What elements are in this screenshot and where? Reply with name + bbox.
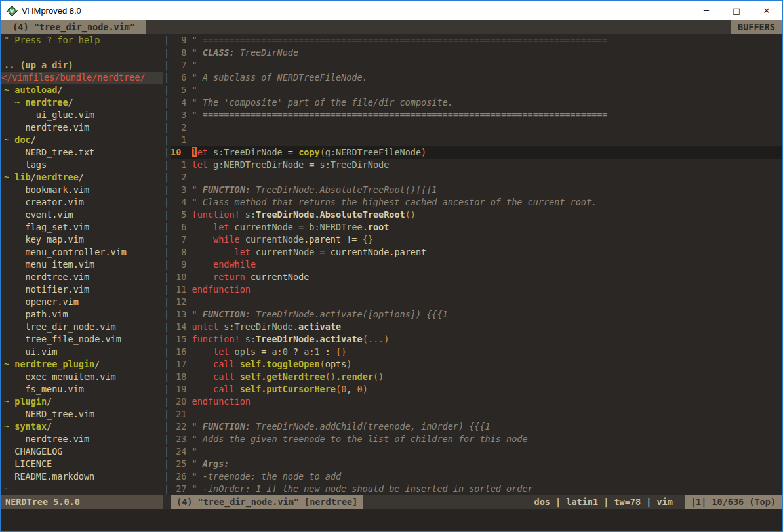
tree-item[interactable]: path.vim (4, 308, 163, 321)
syntax-token-kw: unlet (192, 321, 219, 332)
tree-item[interactable]: ~ nerdtree/ (4, 96, 163, 109)
separator-glyph: | (163, 72, 171, 84)
code-line[interactable]: 7 " (171, 59, 782, 72)
code-line[interactable]: 7 while currentNode.parent != {} (171, 234, 782, 246)
code-line[interactable]: 27 " -inOrder: 1 if the new node should … (171, 483, 782, 495)
code-line[interactable]: 8 " CLASS: TreeDirNode (171, 47, 782, 59)
code-line[interactable]: 9 endwhile (171, 258, 782, 271)
code-line[interactable]: 11 endfunction (171, 283, 782, 296)
command-line[interactable] (1, 509, 782, 531)
tree-item[interactable] (4, 47, 163, 59)
tree-item[interactable]: nerdtree.vim (4, 271, 163, 283)
tree-item[interactable]: ~ nerdtree_plugin/ (4, 358, 163, 371)
code-line[interactable]: 3 " ====================================… (171, 109, 782, 121)
syntax-token-fg (192, 371, 214, 382)
separator-glyph: | (163, 221, 171, 234)
code-line[interactable]: 5 " (171, 84, 782, 96)
tree-item[interactable]: event.vim (4, 209, 163, 221)
tree-item[interactable]: tags (4, 159, 163, 171)
code-line[interactable]: 2 (171, 171, 782, 184)
tab-current-buffer[interactable]: (4) "tree_dir_node.vim" (1, 20, 146, 34)
buffers-label[interactable]: BUFFERS (731, 20, 782, 34)
minimize-button[interactable]: ─ (691, 1, 721, 20)
tree-item[interactable]: LICENCE (4, 458, 163, 470)
syntax-token-cm: " (192, 184, 203, 195)
syntax-token-root: </vimfiles/bundle/nerdtree/ (1, 72, 145, 83)
code-line[interactable]: 10 let s:TreeDirNode = copy(g:NERDTreeFi… (171, 146, 782, 159)
status-line: NERDTree 5.0.0 (4) "tree_dir_node.vim" [… (1, 495, 782, 509)
code-line[interactable]: 3 " FUNCTION: TreeDirNode.AbsoluteTreeRo… (171, 184, 782, 196)
tree-item[interactable]: NERD_tree.txt (4, 146, 163, 159)
tree-item[interactable]: ui.vim (4, 346, 163, 358)
tree-item[interactable]: exec_menuitem.vim (4, 371, 163, 383)
code-line[interactable]: 5 function! s:TreeDirNode.AbsoluteTreeRo… (171, 209, 782, 221)
tree-item[interactable]: CHANGELOG (4, 445, 163, 458)
code-line[interactable]: 4 " The 'composite' part of the file/dir… (171, 96, 782, 109)
code-line[interactable]: 22 " FUNCTION: TreeDirNode.addChild(tree… (171, 420, 782, 433)
code-line[interactable]: 26 " -treenode: the node to add (171, 470, 782, 483)
syntax-token-id: s:TreeDirNode (224, 321, 293, 332)
code-line[interactable]: 15 function! s:TreeDirNode.activate(...) (171, 333, 782, 346)
editor-panel[interactable]: 9 " ====================================… (171, 34, 782, 495)
tree-item[interactable]: bookmark.vim (4, 184, 163, 196)
tree-item[interactable]: ~ lib/nerdtree/ (4, 171, 163, 184)
syntax-token-sl: / (79, 172, 84, 182)
code-line[interactable]: 21 (171, 408, 782, 420)
code-line[interactable]: 25 " Args: (171, 458, 782, 470)
code-line[interactable]: 6 let currentNode = b:NERDTree.root (171, 221, 782, 234)
tree-item[interactable]: ~ autoload/ (4, 84, 163, 96)
tree-item[interactable]: ui_glue.vim (4, 109, 163, 121)
maximize-button[interactable]: □ (721, 1, 752, 20)
tree-item[interactable]: ~ plugin/ (4, 396, 163, 408)
tree-item[interactable]: notifier.vim (4, 283, 163, 296)
code-line[interactable]: 20 endfunction (171, 396, 782, 408)
syntax-token-lnum: 12 (171, 297, 192, 307)
syntax-token-br: () (373, 371, 384, 382)
code-line[interactable]: 10 return currentNode (171, 271, 782, 283)
code-line[interactable]: 17 call self.toggleOpen(opts) (171, 358, 782, 371)
separator-glyph: | (163, 483, 171, 495)
code-line[interactable]: 6 " A subclass of NERDTreeFileNode. (171, 72, 782, 84)
syntax-token-fg (235, 359, 240, 369)
tree-item[interactable]: tree_file_node.vim (4, 333, 163, 346)
tree-item[interactable]: NERD_tree.vim (4, 408, 163, 420)
tree-item[interactable]: flag_set.vim (4, 221, 163, 234)
tree-item[interactable]: opener.vim (4, 296, 163, 308)
close-button[interactable]: ✕ (752, 1, 782, 20)
syntax-token-fn: self.putCursorHere (240, 384, 336, 394)
code-line[interactable]: 19 call self.putCursorHere(0, 0) (171, 383, 782, 396)
code-line[interactable]: 16 let opts = a:0 ? a:1 : {} (171, 346, 782, 358)
tree-item[interactable]: ~ (4, 483, 163, 495)
tree-item[interactable]: menu_item.vim (4, 258, 163, 271)
code-line[interactable]: 8 let currentNode = currentNode.parent (171, 246, 782, 258)
syntax-token-file: creator.vim (4, 197, 84, 207)
code-line[interactable]: 2 (171, 121, 782, 134)
syntax-token-file: ui_glue.vim (4, 110, 94, 120)
code-line[interactable]: 12 (171, 296, 782, 308)
tree-item[interactable]: </vimfiles/bundle/nerdtree/ (1, 72, 163, 84)
tree-item[interactable]: menu_controller.vim (4, 246, 163, 258)
tree-item[interactable]: " Press ? for help (4, 34, 163, 47)
tree-item[interactable]: .. (up a dir) (4, 59, 163, 72)
code-line[interactable]: 18 call self.getNerdtree().render() (171, 371, 782, 383)
code-line[interactable]: 14 unlet s:TreeDirNode.activate (171, 321, 782, 333)
code-line[interactable]: 9 " ====================================… (171, 34, 782, 47)
code-line[interactable]: 23 " Adds the given treenode to the list… (171, 433, 782, 445)
window-separator[interactable]: ||||||||||||||||||||||||||||||||||||| (163, 34, 171, 495)
syntax-token-fg: . (363, 222, 368, 232)
tree-item[interactable]: README.markdown (4, 470, 163, 483)
syntax-token-lnum: 2 (171, 172, 192, 182)
tree-item[interactable]: tree_dir_node.vim (4, 321, 163, 333)
code-line[interactable]: 1 let g:NERDTreeDirNode = s:TreeDirNode (171, 159, 782, 171)
tree-item[interactable]: ~ syntax/ (4, 420, 163, 433)
tree-item[interactable]: nerdtree.vim (4, 433, 163, 445)
code-line[interactable]: 13 " FUNCTION: TreeDirNode.activate([opt… (171, 308, 782, 321)
code-line[interactable]: 24 " (171, 445, 782, 458)
tree-item[interactable]: ~ doc/ (4, 134, 163, 146)
tree-item[interactable]: nerdtree.vim (4, 121, 163, 134)
tree-item[interactable]: key_map.vim (4, 234, 163, 246)
tree-item[interactable]: fs_menu.vim (4, 383, 163, 396)
code-line[interactable]: 1 (171, 134, 782, 146)
code-line[interactable]: 4 " Class method that returns the highes… (171, 196, 782, 209)
tree-item[interactable]: creator.vim (4, 196, 163, 209)
